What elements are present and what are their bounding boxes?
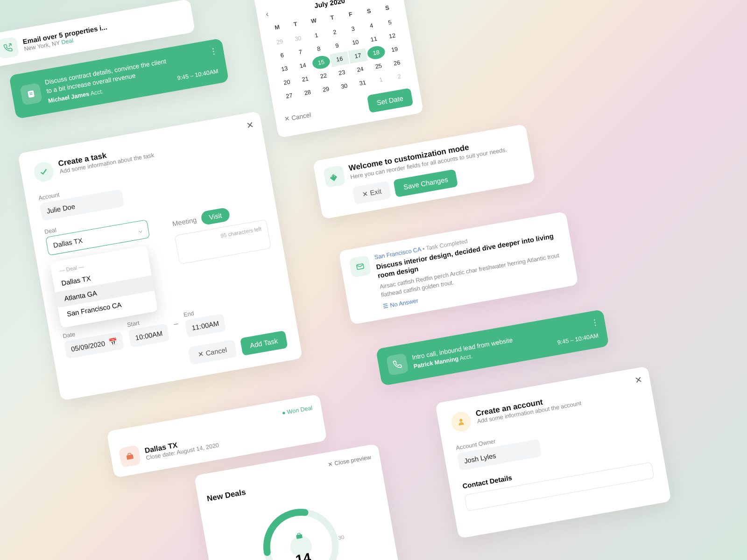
prev-month-icon[interactable]: ‹: [265, 9, 269, 19]
calendar-card: Select Date ‹ July 2020 › MTWTFSS 293012…: [253, 0, 423, 138]
cal-day[interactable]: 8: [309, 41, 329, 56]
phone-icon: [386, 353, 409, 376]
exit-button[interactable]: ✕ Exit: [352, 181, 391, 205]
meeting-time: 9:45 – 10:40AM: [176, 68, 218, 82]
deal-dropdown: — Deal — Dallas TX Atlanta GA San Franci…: [50, 245, 158, 328]
month-label: July 2020: [314, 0, 345, 10]
cal-day[interactable]: 22: [314, 68, 333, 84]
cal-day[interactable]: 11: [364, 31, 384, 47]
more-icon[interactable]: ⋮: [209, 46, 218, 56]
cal-day[interactable]: 14: [293, 58, 313, 73]
cal-day[interactable]: 26: [387, 55, 407, 70]
cal-day[interactable]: 16: [330, 51, 349, 67]
set-date-button[interactable]: Set Date: [366, 88, 413, 113]
customization-card: Welcome to customization mode Here you c…: [313, 124, 536, 219]
cal-day[interactable]: 30: [334, 78, 354, 94]
completed-task-card[interactable]: San Francisco CA • Task Completed Discus…: [338, 211, 578, 325]
cal-day[interactable]: 1: [307, 28, 326, 43]
type-meeting[interactable]: Meeting: [172, 216, 197, 228]
ruler-icon: [323, 165, 346, 188]
close-icon[interactable]: ✕: [245, 119, 254, 131]
check-icon: [33, 161, 56, 183]
phone-out-icon: [0, 36, 19, 59]
cal-day[interactable]: 13: [275, 61, 294, 77]
cal-day[interactable]: 18: [366, 45, 386, 60]
cal-day[interactable]: 29: [316, 82, 336, 97]
cal-day[interactable]: 25: [369, 58, 388, 74]
cal-day[interactable]: 6: [272, 48, 292, 63]
cal-day[interactable]: 30: [288, 31, 308, 46]
cal-day[interactable]: 4: [362, 18, 381, 33]
note-icon: [20, 83, 42, 105]
cal-day[interactable]: 24: [351, 62, 370, 77]
new-deals-card: ✕ Close preview New Deals 30 14 new deal…: [194, 443, 402, 560]
cal-day[interactable]: 1: [371, 72, 391, 87]
cal-day[interactable]: 2: [325, 24, 345, 40]
create-task-card: ✕ Create a task Add some information abo…: [18, 111, 303, 401]
more-icon[interactable]: ⋮: [590, 317, 599, 328]
cal-day[interactable]: 21: [296, 71, 315, 87]
calendar-cancel[interactable]: ✕ Cancel: [284, 111, 312, 123]
cal-day[interactable]: 5: [380, 14, 400, 30]
cal-day[interactable]: 15: [311, 55, 331, 70]
cal-day[interactable]: 23: [332, 65, 352, 80]
cancel-button[interactable]: ✕ Cancel: [188, 339, 237, 365]
briefcase-icon: [119, 445, 141, 468]
add-task-button[interactable]: Add Task: [240, 330, 288, 356]
save-changes-button[interactable]: Save Changes: [393, 169, 458, 197]
gauge-chart: [249, 490, 348, 560]
calendar-icon: 📅: [108, 337, 118, 347]
mail-icon: [349, 255, 372, 278]
cal-day[interactable]: 31: [353, 75, 373, 91]
user-icon: [450, 410, 473, 433]
cal-day[interactable]: 27: [280, 88, 299, 104]
intro-call-card[interactable]: ⋮ Intro call, inbound lead from website …: [376, 309, 609, 386]
cal-day[interactable]: 2: [389, 69, 409, 84]
svg-rect-7: [127, 454, 134, 460]
cal-day[interactable]: 20: [277, 75, 296, 90]
cal-day[interactable]: 10: [345, 35, 365, 50]
cal-day[interactable]: 17: [348, 48, 368, 63]
chevron-down-icon: ⌵: [138, 226, 143, 234]
type-visit[interactable]: Visit: [200, 207, 231, 226]
cal-day[interactable]: 29: [270, 34, 289, 49]
cal-day[interactable]: 12: [382, 28, 402, 43]
cal-day[interactable]: 9: [327, 38, 347, 53]
close-icon[interactable]: ✕: [634, 374, 643, 386]
cal-day[interactable]: 19: [385, 42, 404, 57]
create-account-card: ✕ Create an account Add some information…: [435, 366, 671, 539]
cal-day[interactable]: 28: [298, 85, 317, 100]
svg-rect-10: [296, 534, 303, 539]
cal-day[interactable]: 3: [343, 21, 363, 36]
cal-day[interactable]: 7: [291, 44, 310, 60]
svg-point-11: [459, 419, 463, 422]
